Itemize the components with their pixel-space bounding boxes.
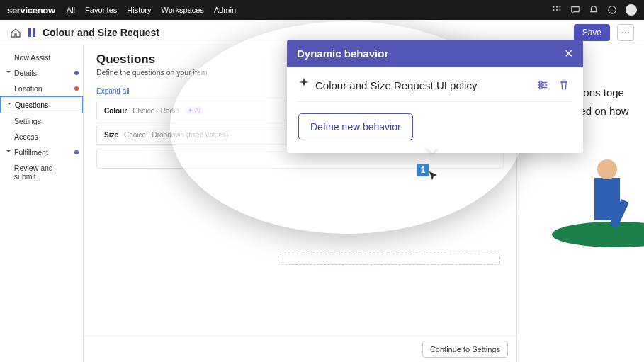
dynamic-behavior-popover: Dynamic behavior ✕ Colour and Size Reque… <box>287 40 583 153</box>
popover-header: Dynamic behavior ✕ <box>287 40 583 67</box>
svg-point-1 <box>556 6 558 8</box>
question-type: Choice · Dropdown (fixed values) <box>124 131 228 139</box>
svg-point-0 <box>553 6 555 8</box>
sparkle-icon <box>298 78 310 92</box>
sidebar-item-questions[interactable]: Questions <box>0 96 83 113</box>
nav-all[interactable]: All <box>67 6 75 14</box>
popover-title: Dynamic behavior <box>297 47 388 60</box>
sidebar-item-label: Details <box>14 69 37 77</box>
chat-icon[interactable] <box>570 5 580 15</box>
svg-point-7 <box>552 222 644 247</box>
define-new-behavior-button[interactable]: Define new behavior <box>298 113 413 140</box>
svg-point-13 <box>543 84 546 86</box>
home-icon[interactable] <box>10 27 21 38</box>
svg-point-9 <box>597 159 617 179</box>
svg-point-6 <box>609 6 616 14</box>
status-dot-icon <box>74 71 79 75</box>
cursor-icon <box>428 170 439 181</box>
svg-point-4 <box>556 9 558 11</box>
tour-step-badge: 1 <box>417 163 429 176</box>
delete-icon[interactable] <box>556 77 572 93</box>
sidebar-item-location[interactable]: Location <box>0 81 83 96</box>
popover-body: Colour and Size Request UI policy Define… <box>287 67 583 153</box>
sidebar-item-label: Fulfillment <box>14 148 48 157</box>
expand-all-link[interactable]: Expand all <box>96 87 130 95</box>
continue-button[interactable]: Continue to Settings <box>422 341 508 358</box>
close-icon[interactable]: ✕ <box>564 47 573 60</box>
sidebar-item-label: Settings <box>14 117 41 125</box>
help-icon[interactable] <box>607 5 617 15</box>
sidebar-item-now-assist[interactable]: Now Assist <box>0 50 83 65</box>
policy-name: Colour and Size Request UI policy <box>315 79 529 91</box>
sidebar-item-label: Now Assist <box>14 53 50 62</box>
policy-row: Colour and Size Request UI policy <box>298 77 572 102</box>
sidebar-item-label: Review and submit <box>14 164 76 181</box>
svg-point-12 <box>540 81 543 84</box>
ai-tag: ✦ AI <box>185 107 204 114</box>
svg-point-3 <box>553 9 555 11</box>
settings-icon[interactable] <box>535 77 550 93</box>
drop-zone[interactable] <box>281 254 500 265</box>
page-title: Colour and Size Request <box>43 27 159 38</box>
nav-admin[interactable]: Admin <box>214 6 236 14</box>
nav-workspaces[interactable]: Workspaces <box>162 6 204 14</box>
apps-icon[interactable] <box>552 5 562 15</box>
question-type: Choice · Radio <box>132 107 179 115</box>
more-button[interactable]: ⋯ <box>617 24 634 41</box>
svg-point-5 <box>559 9 560 11</box>
sidebar-item-details[interactable]: Details <box>0 65 83 81</box>
nav-links: All Favorites History Workspaces Admin <box>67 6 236 14</box>
sidebar-item-access[interactable]: Access <box>0 129 83 145</box>
brand-logo: servicenow <box>7 5 55 16</box>
question-name: Colour <box>104 107 127 115</box>
svg-point-14 <box>540 86 543 89</box>
sidebar-item-label: Access <box>14 132 38 141</box>
left-sidebar: Now Assist Details Location Questions Se… <box>0 45 84 362</box>
footer-bar: Continue to Settings <box>84 336 516 358</box>
designer-icon[interactable] <box>28 28 35 37</box>
nav-favorites[interactable]: Favorites <box>85 6 117 14</box>
sidebar-item-settings[interactable]: Settings <box>0 113 83 129</box>
sidebar-item-review[interactable]: Review and submit <box>0 160 83 184</box>
nav-icons <box>552 4 637 16</box>
nav-history[interactable]: History <box>127 6 151 14</box>
sidebar-item-fulfillment[interactable]: Fulfillment <box>0 145 83 160</box>
status-dot-icon <box>74 86 79 91</box>
avatar[interactable] <box>626 4 637 16</box>
svg-point-2 <box>559 6 560 8</box>
status-dot-icon <box>74 150 79 154</box>
sidebar-item-label: Location <box>14 84 43 93</box>
sidebar-item-label: Questions <box>15 101 48 109</box>
top-nav: servicenow All Favorites History Workspa… <box>0 0 644 20</box>
question-name: Size <box>104 131 118 139</box>
save-button[interactable]: Save <box>574 24 610 41</box>
bell-icon[interactable] <box>589 5 599 15</box>
